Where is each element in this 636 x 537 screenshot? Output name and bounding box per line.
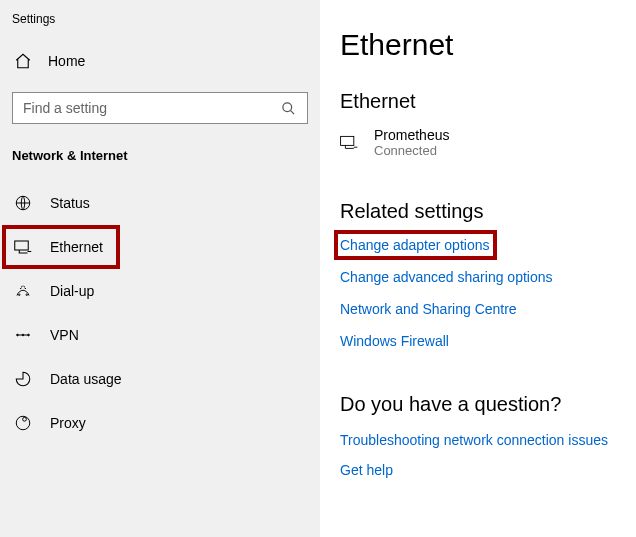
link-firewall[interactable]: Windows Firewall	[340, 333, 449, 349]
sidebar-item-status[interactable]: Status	[0, 181, 320, 225]
main-content: Ethernet Ethernet Prometheus Connected R…	[320, 0, 636, 537]
connection-status: Connected	[374, 143, 449, 158]
sidebar-item-vpn[interactable]: VPN	[0, 313, 320, 357]
svg-rect-3	[15, 241, 29, 250]
svg-line-1	[290, 110, 294, 114]
connection-ethernet-icon	[340, 134, 358, 152]
svg-point-4	[19, 294, 21, 296]
question-links: Troubleshooting network connection issue…	[340, 432, 636, 478]
sidebar-item-datausage[interactable]: Data usage	[0, 357, 320, 401]
vpn-icon	[14, 326, 32, 344]
datausage-label: Data usage	[50, 371, 122, 387]
app-label: Settings	[0, 8, 320, 42]
section-header-ethernet: Ethernet	[340, 90, 636, 113]
search-input[interactable]	[23, 100, 279, 116]
connection-info: Prometheus Connected	[374, 127, 449, 158]
home-icon	[14, 52, 32, 70]
svg-point-10	[23, 417, 27, 421]
question-header: Do you have a question?	[340, 393, 636, 416]
globe-icon	[14, 194, 32, 212]
home-label: Home	[48, 53, 85, 69]
related-links: Change adapter options Change advanced s…	[340, 237, 636, 349]
settings-sidebar: Settings Home Network & Internet Status	[0, 0, 320, 537]
sidebar-item-ethernet[interactable]: Ethernet	[0, 225, 320, 269]
sidebar-item-dialup[interactable]: Dial-up	[0, 269, 320, 313]
dialup-icon	[14, 282, 32, 300]
section-header-related: Related settings	[340, 200, 636, 223]
proxy-icon	[14, 414, 32, 432]
svg-point-5	[26, 294, 28, 296]
datausage-icon	[14, 370, 32, 388]
link-troubleshoot[interactable]: Troubleshooting network connection issue…	[340, 432, 608, 448]
proxy-label: Proxy	[50, 415, 86, 431]
sidebar-item-proxy[interactable]: Proxy	[0, 401, 320, 445]
connection-name: Prometheus	[374, 127, 449, 143]
ethernet-label: Ethernet	[50, 239, 103, 255]
page-title: Ethernet	[340, 28, 636, 62]
category-header: Network & Internet	[0, 142, 320, 181]
ethernet-icon	[14, 238, 32, 256]
link-sharing-centre[interactable]: Network and Sharing Centre	[340, 301, 517, 317]
search-box[interactable]	[12, 92, 308, 124]
link-highlight-wrap: Change adapter options	[340, 237, 489, 253]
sidebar-item-home[interactable]: Home	[0, 42, 320, 80]
status-label: Status	[50, 195, 90, 211]
vpn-label: VPN	[50, 327, 79, 343]
link-get-help[interactable]: Get help	[340, 462, 393, 478]
dialup-label: Dial-up	[50, 283, 94, 299]
connection-row[interactable]: Prometheus Connected	[340, 127, 636, 158]
svg-point-0	[282, 102, 291, 111]
svg-rect-11	[341, 136, 354, 145]
link-change-sharing[interactable]: Change advanced sharing options	[340, 269, 553, 285]
search-icon	[279, 99, 297, 117]
link-change-adapter[interactable]: Change adapter options	[340, 237, 489, 253]
